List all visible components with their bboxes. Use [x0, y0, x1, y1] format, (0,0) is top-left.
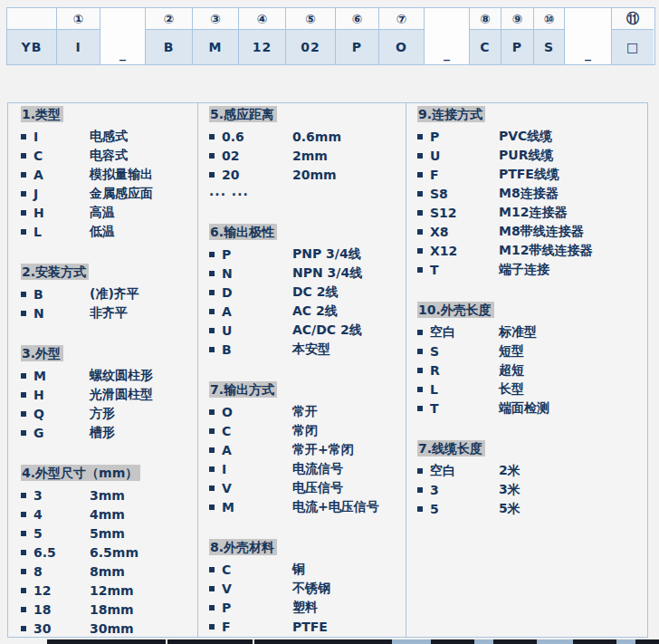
item-description: M12带线连接器: [499, 243, 592, 259]
separator-cell: _: [100, 8, 146, 64]
item-code: H: [33, 206, 90, 220]
item-description: PUR线缆: [499, 148, 553, 164]
bullet-square-icon: [21, 607, 26, 612]
section-title: 9.连接方式: [417, 106, 647, 124]
legend-item: X12M12带线连接器: [417, 241, 647, 260]
item-description: 常开: [292, 404, 318, 420]
bullet-square-icon: [21, 588, 26, 593]
section-title: 1.类型: [21, 106, 197, 124]
section-title-text: 6.输出极性: [209, 224, 277, 240]
bullet-square-icon: [209, 586, 215, 591]
legend-item: L长型: [417, 380, 647, 399]
code-cell: ⑦O: [379, 8, 425, 64]
bullet-square-icon: [209, 605, 215, 610]
item-code: 18: [33, 602, 90, 617]
legend-item: H光滑圆柱型: [21, 385, 197, 404]
item-code: 3: [430, 483, 499, 497]
bullet-square-icon: [209, 409, 215, 415]
code-value: 12: [239, 30, 285, 64]
bullet-square-icon: [209, 271, 215, 276]
item-code: T: [430, 263, 499, 277]
item-description: 端面检测: [499, 400, 549, 417]
legend-item: T端面检测: [417, 399, 647, 418]
legend-item: FPTFE线缆: [417, 165, 647, 184]
item-code: 02: [222, 149, 292, 163]
legend-item: M电流+电压信号: [209, 497, 406, 516]
item-code: 12: [33, 583, 90, 598]
legend-item: S8M8连接器: [417, 184, 647, 203]
item-description: 3mm: [90, 488, 125, 503]
legend-item: J金属感应面: [21, 184, 197, 203]
section-title: 7.线缆长度: [417, 440, 647, 458]
bullet-square-icon: [21, 229, 26, 235]
section-title: 3.外型: [21, 345, 197, 363]
item-description: AC/DC 2线: [292, 322, 362, 339]
item-code: R: [430, 363, 499, 378]
code-value: P: [336, 30, 378, 64]
legend-section: 3.外型M螺纹圆柱形H光滑圆柱型Q方形G槽形: [21, 345, 197, 442]
item-description: 6.5mm: [90, 545, 138, 560]
legend-item: T端子连接: [417, 260, 647, 279]
item-code: 空白: [430, 463, 499, 479]
bullet-square-icon: [21, 411, 26, 417]
legend-item: H高温: [21, 203, 197, 222]
item-description: 低温: [90, 224, 115, 240]
bullet-square-icon: [21, 311, 26, 316]
legend-item: UAC/DC 2线: [209, 321, 406, 340]
code-value: B: [146, 30, 192, 64]
item-code: I: [33, 130, 90, 144]
underscore-mark: _: [100, 51, 145, 56]
legend-item: 55mm: [21, 524, 197, 543]
bullet-square-icon: [21, 153, 26, 159]
legend-item: M螺纹圆柱形: [21, 366, 197, 385]
item-description: 8mm: [90, 564, 125, 579]
bullet-square-icon: [417, 368, 423, 373]
legend-item: I电感式: [21, 127, 197, 146]
underscore-mark: _: [565, 51, 611, 56]
code-value: C: [470, 30, 501, 64]
item-description: PTFE线缆: [499, 167, 559, 183]
item-description: 电流信号: [292, 461, 343, 477]
item-description: 高温: [90, 205, 115, 221]
legend-item: 55米: [417, 499, 647, 518]
item-description: PTFE: [292, 620, 328, 634]
bullet-square-icon: [417, 468, 423, 474]
legend-item: 1212mm: [21, 581, 197, 600]
item-description: 4mm: [90, 507, 125, 522]
section-title-text: 9.连接方式: [417, 106, 485, 122]
bullet-square-icon: [417, 172, 423, 178]
section-title-text: 4.外型尺寸（mm）: [21, 465, 140, 481]
code-cell: ①I: [57, 8, 100, 64]
section-title-text: 5.感应距离: [209, 106, 277, 122]
legend-item: FPTFE: [209, 617, 406, 636]
item-description: 5mm: [90, 526, 125, 541]
bullet-square-icon: [209, 447, 215, 453]
item-code: D: [222, 285, 292, 300]
bullet-square-icon: [417, 330, 423, 335]
legend-item: P塑料: [209, 598, 406, 617]
item-code: L: [33, 225, 90, 239]
legend-item: V电压信号: [209, 478, 406, 497]
item-description: AC 2线: [292, 303, 338, 320]
bullet-square-icon: [209, 347, 215, 352]
item-description: 3米: [499, 482, 521, 498]
legend-item: V不锈钢: [209, 579, 406, 598]
legend-item: S短型: [417, 341, 647, 360]
legend-item: UPUR线缆: [417, 146, 647, 165]
bullet-square-icon: [417, 406, 423, 411]
bullet-square-icon: [417, 387, 423, 392]
bullet-square-icon: [209, 466, 215, 472]
item-description: 螺纹圆柱形: [90, 368, 153, 384]
legend-item: 88mm: [21, 562, 197, 581]
bullet-square-icon: [209, 485, 215, 491]
item-code: M: [222, 500, 292, 514]
item-description: 塑料: [292, 600, 318, 616]
code-cell: YB: [7, 8, 57, 64]
item-code: T: [430, 401, 499, 416]
legend-item: A常开+常闭: [209, 440, 406, 459]
legend-section: 7.线缆长度空白2米33米55米: [417, 440, 647, 518]
item-code: 8: [33, 564, 90, 579]
bullet-square-icon: [21, 210, 26, 216]
code-cell: ⑩S: [534, 8, 565, 64]
item-code: S8: [430, 187, 499, 201]
